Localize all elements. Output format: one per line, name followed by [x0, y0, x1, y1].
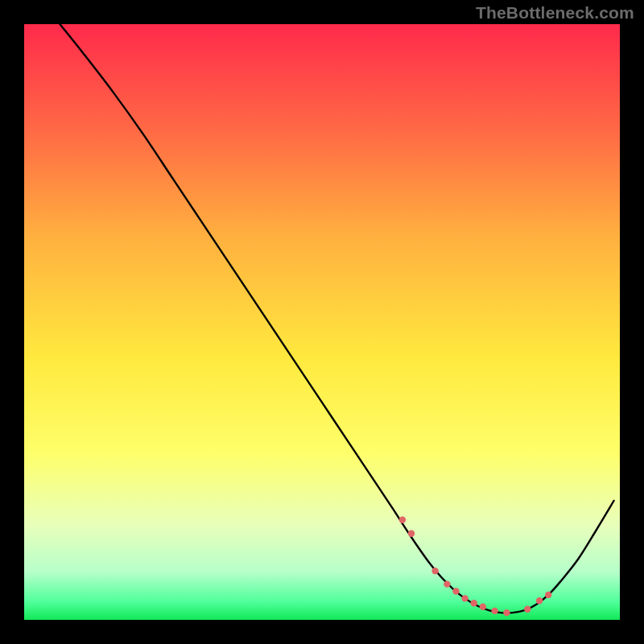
highlight-dot [491, 608, 497, 614]
highlight-dot [399, 516, 406, 522]
highlight-dot [461, 595, 468, 601]
highlight-dot [471, 600, 477, 606]
watermark-text: TheBottleneck.com [476, 3, 634, 23]
highlight-dot [452, 588, 459, 594]
chart-container: TheBottleneck.com [0, 0, 644, 644]
plot-area [24, 24, 620, 620]
gradient-background [24, 24, 620, 620]
bottleneck-chart [24, 24, 620, 620]
highlight-dot [545, 592, 551, 598]
highlight-dot [480, 604, 486, 610]
highlight-dot [524, 605, 530, 612]
highlight-dot [431, 568, 438, 574]
highlight-dot [503, 609, 510, 616]
highlight-dot [408, 530, 415, 537]
highlight-dot [536, 597, 543, 604]
highlight-dot [444, 580, 450, 587]
